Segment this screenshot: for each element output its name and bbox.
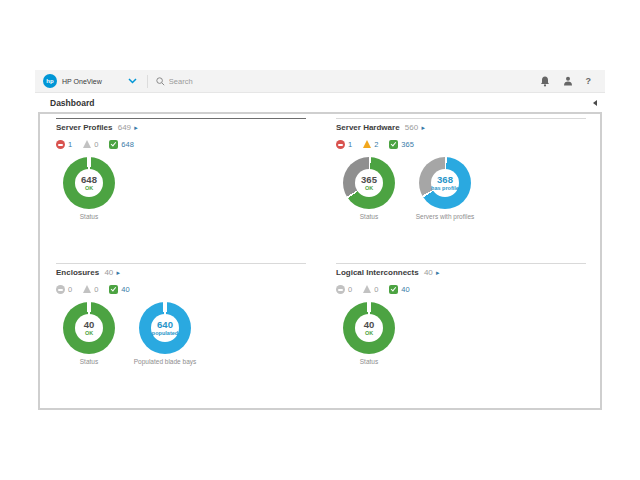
status-count[interactable]: 365 [401,140,414,149]
status-ok[interactable]: 365 [389,140,414,149]
donut-status: 648 OK Status [56,157,122,220]
donut-servers-with-profiles: 368 has profile Servers with profiles [412,157,478,220]
status-count[interactable]: 40 [401,285,409,294]
app-menu[interactable]: hp HP OneView [35,74,137,88]
panel-total-count[interactable]: 649 [118,123,131,132]
status-count[interactable]: 2 [374,140,378,149]
help-button[interactable]: ? [586,76,592,86]
panel-header: Server Profiles 649 ▸ [56,123,306,133]
chevron-right-icon: ▸ [117,269,121,276]
warning-icon [363,285,371,293]
status-ok[interactable]: 40 [109,285,129,294]
status-summary-row: 0 0 40 [56,285,306,294]
populated-bays-donut-chart[interactable]: 640 populated [139,302,191,354]
ok-check-icon [389,285,398,294]
search-input[interactable] [169,77,349,86]
status-warning[interactable]: 2 [363,140,378,149]
donut-status: 40 OK Status [56,302,122,365]
topbar-actions: ? [540,76,592,87]
status-warning[interactable]: 0 [83,140,98,149]
panel-header: Logical Interconnects 40 ▸ [336,268,586,278]
donut-value: 40 [364,320,375,330]
status-warning[interactable]: 0 [363,285,378,294]
panel-divider [336,118,586,119]
donut-label: Populated blade bays [134,358,197,365]
donut-label: Servers with profiles [416,213,475,220]
status-ok[interactable]: 40 [389,285,409,294]
panel-header: Enclosures 40 ▸ [56,268,306,278]
hp-logo-text: hp [46,78,53,84]
status-critical[interactable]: 0 [56,285,72,294]
donut-value: 365 [361,175,377,185]
panel-server-profiles: Server Profiles 649 ▸ 1 0 648 [56,118,306,220]
donut-label: Status [80,213,98,220]
topbar-divider [147,75,148,88]
panel-divider [336,263,586,264]
page-title: Dashboard [50,98,94,108]
warning-icon [363,140,371,148]
panel-total-count[interactable]: 40 [424,268,433,277]
status-count[interactable]: 1 [348,140,352,149]
donut-hole: 368 has profile [431,169,459,197]
panel-logical-interconnects: Logical Interconnects 40 ▸ 0 0 40 [336,263,586,365]
panel-enclosures: Enclosures 40 ▸ 0 0 40 [56,263,306,365]
chevron-right-icon: ▸ [436,269,440,276]
donut-hole: 365 OK [355,169,383,197]
ok-check-icon [109,140,118,149]
panel-divider [56,263,306,264]
brand-label: HP OneView [62,78,102,85]
status-critical[interactable]: 1 [56,140,72,149]
status-count[interactable]: 1 [68,140,72,149]
collapse-panel-icon[interactable] [593,100,597,106]
chevron-down-icon[interactable] [128,78,137,84]
critical-icon [56,285,65,294]
bell-icon[interactable] [540,76,550,87]
warning-icon [83,285,91,293]
search-icon [156,77,165,86]
status-count[interactable]: 0 [94,285,98,294]
top-navigation-bar: hp HP OneView ? [35,70,605,93]
status-ok[interactable]: 648 [109,140,134,149]
panel-total-count[interactable]: 40 [104,268,113,277]
chevron-right-icon: ▸ [134,124,138,131]
user-icon[interactable] [563,76,573,86]
status-summary-row: 1 2 365 [336,140,586,149]
status-warning[interactable]: 0 [83,285,98,294]
donut-sublabel: OK [365,330,373,337]
dashboard-content: Server Profiles 649 ▸ 1 0 648 [38,112,602,410]
donut-value: 640 [157,320,173,330]
profiles-donut-chart[interactable]: 368 has profile [419,157,471,209]
donut-sublabel: has profile [431,185,459,192]
panel-header: Server Hardware 560 ▸ [336,123,586,133]
status-critical[interactable]: 1 [336,140,352,149]
critical-icon [56,140,65,149]
status-summary-row: 1 0 648 [56,140,306,149]
donut-value: 368 [437,175,453,185]
status-count[interactable]: 0 [348,285,352,294]
status-summary-row: 0 0 40 [336,285,586,294]
donut-status: 365 OK Status [336,157,402,220]
status-donut-chart[interactable]: 365 OK [343,157,395,209]
donut-hole: 40 OK [355,314,383,342]
donut-sublabel: OK [85,185,93,192]
status-count[interactable]: 0 [374,285,378,294]
status-donut-chart[interactable]: 40 OK [343,302,395,354]
donut-row: 365 OK Status 368 has profile Servers wi… [336,157,586,220]
panel-title[interactable]: Server Profiles [56,123,112,132]
panel-title[interactable]: Server Hardware [336,123,400,132]
search-box[interactable] [156,77,540,86]
status-count[interactable]: 0 [68,285,72,294]
donut-value: 40 [84,320,95,330]
panel-title[interactable]: Logical Interconnects [336,268,419,277]
donut-populated-bays: 640 populated Populated blade bays [132,302,198,365]
status-count[interactable]: 0 [94,140,98,149]
panel-title[interactable]: Enclosures [56,268,99,277]
status-count[interactable]: 648 [121,140,134,149]
status-count[interactable]: 40 [121,285,129,294]
hp-oneview-window: hp HP OneView ? [35,70,605,412]
chevron-right-icon: ▸ [421,124,425,131]
panel-total-count[interactable]: 560 [405,123,418,132]
status-critical[interactable]: 0 [336,285,352,294]
status-donut-chart[interactable]: 40 OK [63,302,115,354]
status-donut-chart[interactable]: 648 OK [63,157,115,209]
